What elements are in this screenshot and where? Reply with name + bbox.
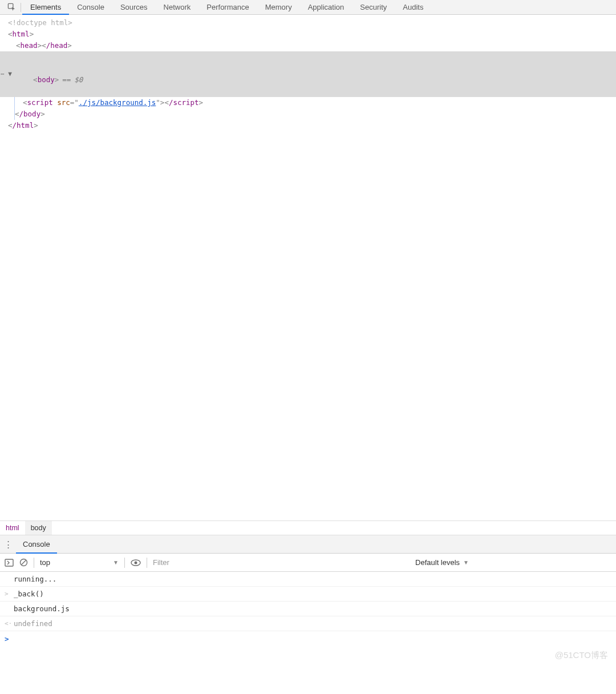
drawer-tab-console[interactable]: Console <box>16 535 57 554</box>
clear-console-icon[interactable] <box>19 558 28 567</box>
console-prompt[interactable]: > <box>0 631 616 646</box>
expand-triangle-icon[interactable]: ⋯ ▼ <box>0 51 12 97</box>
console-output: running... > _back() background.js <· un… <box>0 572 616 646</box>
chevron-down-icon: ▼ <box>463 559 469 566</box>
context-selector[interactable]: top▼ <box>40 558 119 567</box>
toolbar-separator <box>147 558 147 568</box>
elements-dom-tree[interactable]: <!doctype html> <html> <head></head> ⋯ ▼… <box>0 15 616 131</box>
console-line[interactable]: background.js <box>0 602 616 616</box>
breadcrumb-html[interactable]: html <box>0 521 25 535</box>
chevron-down-icon: ▼ <box>113 559 119 566</box>
tab-sources[interactable]: Sources <box>112 0 156 15</box>
dom-html-close[interactable]: </html> <box>0 120 616 131</box>
dom-body-close[interactable]: </body> <box>0 108 616 120</box>
kebab-menu-icon[interactable]: ⋮ <box>0 539 16 550</box>
log-levels-selector[interactable]: Default levels▼ <box>415 558 469 567</box>
dom-head[interactable]: <head></head> <box>0 40 616 51</box>
tab-network[interactable]: Network <box>156 0 199 15</box>
dom-doctype[interactable]: <!doctype html> <box>0 17 616 29</box>
dom-script[interactable]: <script src="./js/background.js"></scrip… <box>0 97 616 108</box>
watermark: @51CTO博客 <box>555 650 608 661</box>
drawer-header: ⋮ Console <box>0 535 616 554</box>
console-line[interactable]: > _back() <box>0 587 616 602</box>
console-line[interactable]: <· undefined <box>0 616 616 631</box>
devtools-tabs: Elements Console Sources Network Perform… <box>0 0 616 15</box>
breadcrumb-body[interactable]: body <box>25 521 52 535</box>
svg-line-3 <box>22 560 26 565</box>
console-toolbar: top▼ Default levels▼ <box>0 554 616 572</box>
prompt-chevron-icon: > <box>5 635 9 643</box>
tab-performance[interactable]: Performance <box>198 0 257 15</box>
console-line[interactable]: running... <box>0 572 616 587</box>
breadcrumb: html body <box>0 520 616 535</box>
tab-memory[interactable]: Memory <box>257 0 300 15</box>
dom-body-open[interactable]: ⋯ ▼ <body>==$0 <box>0 51 616 97</box>
filter-input[interactable] <box>153 558 378 567</box>
toolbar-separator <box>34 558 34 568</box>
tab-elements[interactable]: Elements <box>22 0 69 15</box>
tab-console[interactable]: Console <box>69 0 112 15</box>
tab-application[interactable]: Application <box>300 0 352 15</box>
toolbar-separator <box>124 558 125 568</box>
live-expression-icon[interactable] <box>131 559 141 566</box>
tab-security[interactable]: Security <box>352 0 395 15</box>
tab-audits[interactable]: Audits <box>395 0 431 15</box>
console-sidebar-toggle-icon[interactable] <box>5 559 14 567</box>
inspect-element-icon[interactable] <box>3 0 19 15</box>
svg-point-5 <box>134 561 137 564</box>
dom-html-open[interactable]: <html> <box>0 29 616 40</box>
tab-separator <box>21 3 21 12</box>
